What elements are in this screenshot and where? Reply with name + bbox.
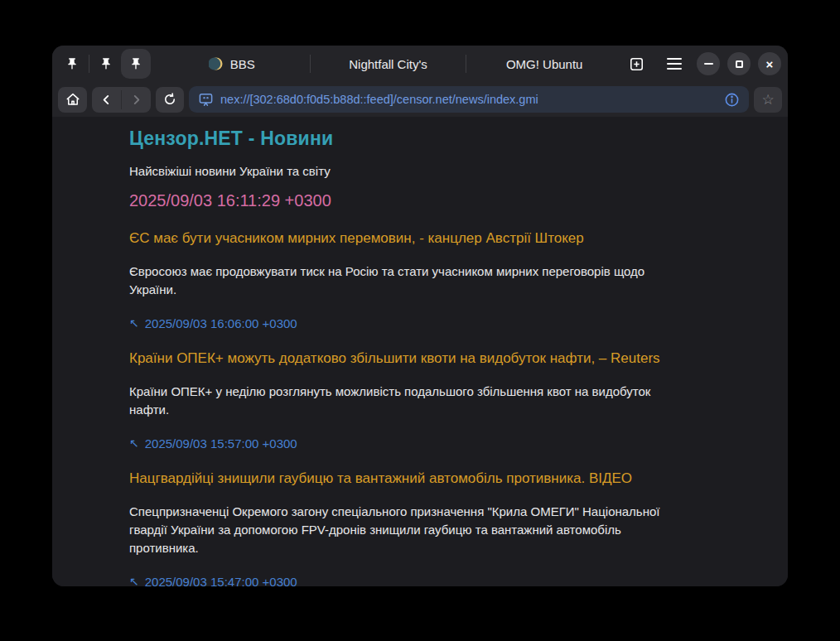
back-button[interactable] bbox=[92, 87, 121, 113]
forward-button[interactable] bbox=[122, 87, 151, 113]
article-summary: Спецпризначенці Окремого загону спеціаль… bbox=[129, 503, 693, 557]
home-icon bbox=[65, 92, 80, 107]
article-title: Нацгвардійці знищили гаубицю та вантажни… bbox=[129, 470, 697, 487]
window-controls: × bbox=[697, 52, 781, 75]
minimize-icon bbox=[704, 63, 713, 65]
bookmark-button[interactable]: ☆ bbox=[754, 87, 782, 113]
maximize-icon bbox=[736, 60, 743, 68]
article: ЄС має бути учасником мирних перемовин, … bbox=[129, 230, 697, 330]
timestamp-label: 2025/09/03 15:47:00 +0300 bbox=[145, 575, 297, 587]
tab-nightfall-citys[interactable]: Nightfall City's bbox=[311, 46, 466, 82]
minimize-button[interactable] bbox=[697, 52, 720, 75]
address-bar[interactable] bbox=[189, 86, 749, 113]
article-timestamp-link[interactable]: ↖ 2025/09/03 15:57:00 +0300 bbox=[129, 436, 297, 451]
reload-icon bbox=[162, 92, 177, 107]
pinned-tab-3[interactable] bbox=[121, 49, 151, 79]
hamburger-icon bbox=[667, 58, 682, 70]
article: Країни ОПЕК+ можуть додатково збільшити … bbox=[129, 350, 697, 451]
tab-bar: BBS Nightfall City's OMG! Ubuntu bbox=[52, 46, 788, 82]
history-buttons bbox=[92, 87, 151, 113]
reload-button[interactable] bbox=[156, 87, 184, 113]
maximize-button[interactable] bbox=[727, 52, 751, 75]
pinned-tab-1[interactable] bbox=[57, 49, 87, 79]
timestamp-label: 2025/09/03 16:06:00 +0300 bbox=[145, 316, 297, 330]
tab-label: BBS bbox=[230, 57, 255, 71]
updated-heading: 2025/09/03 16:11:29 +0300 bbox=[129, 191, 697, 210]
article-summary: Країни ОПЕК+ у неділю розглянуть можливі… bbox=[129, 383, 693, 419]
home-button[interactable] bbox=[58, 87, 87, 113]
article-title: Країни ОПЕК+ можуть додатково збільшити … bbox=[129, 350, 697, 367]
page-content: Цензор.НЕТ - Новини Найсвіжіші новини Ук… bbox=[52, 117, 788, 586]
browser-window: BBS Nightfall City's OMG! Ubuntu bbox=[52, 46, 788, 586]
chevron-left-icon bbox=[99, 93, 113, 107]
url-input[interactable] bbox=[220, 93, 717, 106]
link-arrow-icon: ↖ bbox=[129, 575, 139, 586]
plus-square-icon bbox=[629, 56, 644, 72]
pushpin-icon bbox=[99, 57, 113, 70]
menu-button[interactable] bbox=[660, 50, 688, 78]
computer-monitor-icon bbox=[198, 92, 214, 108]
pushpin-icon bbox=[65, 57, 79, 70]
tab-label: Nightfall City's bbox=[349, 57, 427, 71]
article-timestamp-link[interactable]: ↖ 2025/09/03 15:47:00 +0300 bbox=[129, 575, 297, 587]
article-timestamp-link[interactable]: ↖ 2025/09/03 16:06:00 +0300 bbox=[129, 316, 297, 330]
pinned-tab-2[interactable] bbox=[91, 49, 121, 79]
tab-strip: BBS Nightfall City's OMG! Ubuntu bbox=[154, 46, 622, 82]
article-summary: Євросоюз має продовжувати тиск на Росію … bbox=[129, 263, 693, 299]
timestamp-label: 2025/09/03 15:57:00 +0300 bbox=[145, 436, 297, 451]
close-button[interactable]: × bbox=[758, 52, 781, 75]
link-arrow-icon: ↖ bbox=[129, 316, 139, 330]
page-title: Цензор.НЕТ - Новини bbox=[129, 128, 697, 150]
chevron-right-icon bbox=[129, 93, 143, 107]
separator bbox=[89, 55, 89, 73]
new-tab-button[interactable] bbox=[622, 50, 650, 78]
page-subtitle: Найсвіжіші новини України та світу bbox=[129, 164, 697, 178]
info-icon[interactable] bbox=[724, 92, 740, 108]
crescent-moon-icon bbox=[209, 56, 224, 71]
pinned-tabs bbox=[57, 49, 151, 79]
navigation-bar: ☆ bbox=[52, 82, 788, 117]
article-title: ЄС має бути учасником мирних перемовин, … bbox=[129, 230, 697, 247]
article: Нацгвардійці знищили гаубицю та вантажни… bbox=[129, 470, 697, 586]
link-arrow-icon: ↖ bbox=[129, 436, 139, 450]
tab-omg-ubuntu[interactable]: OMG! Ubuntu bbox=[466, 46, 622, 82]
close-icon: × bbox=[766, 57, 774, 70]
pushpin-icon bbox=[129, 57, 142, 70]
tab-bbs[interactable]: BBS bbox=[154, 46, 310, 82]
tab-label: OMG! Ubuntu bbox=[506, 57, 583, 71]
star-icon: ☆ bbox=[761, 91, 774, 108]
